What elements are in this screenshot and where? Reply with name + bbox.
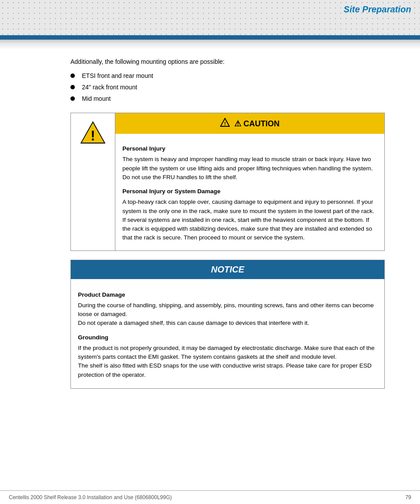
page-title: Site Preparation: [344, 4, 411, 15]
bullet-dot: [70, 74, 75, 78]
gray-wave: [0, 40, 420, 49]
caution-right: ! ⚠ CAUTION Personal Injury The system i…: [115, 113, 384, 250]
main-content: Additionally, the following mounting opt…: [0, 49, 420, 406]
notice-body: Product Damage During the course of hand…: [71, 279, 384, 388]
caution-section-title-1: Personal Injury: [122, 144, 377, 153]
svg-text:!: !: [224, 121, 226, 126]
notice-header: NOTICE: [71, 260, 384, 279]
caution-body: Personal Injury The system is heavy and …: [115, 134, 384, 250]
header-pattern: Site Preparation: [0, 0, 420, 35]
accent-bar: [0, 35, 420, 40]
notice-section-title-1: Product Damage: [78, 291, 377, 299]
bullet-list: ETSI front and rear mount 24" rack front…: [70, 72, 385, 102]
intro-text: Additionally, the following mounting opt…: [70, 58, 385, 65]
caution-header: ! ⚠ CAUTION: [115, 113, 384, 134]
notice-section-body-1: During the course of handling, shipping,…: [78, 301, 377, 328]
bullet-dot: [70, 96, 75, 101]
caution-section-body-2: A top-heavy rack can topple over, causin…: [122, 198, 377, 242]
bullet-text: 24" rack front mount: [82, 84, 137, 91]
footer-left-text: Centellis 2000 Shelf Release 3.0 Install…: [9, 494, 172, 500]
bullet-dot: [70, 85, 75, 89]
caution-icon-col: !: [71, 113, 115, 250]
list-item: Mid mount: [70, 95, 385, 102]
notice-label: NOTICE: [211, 265, 244, 274]
caution-label: ⚠ CAUTION: [234, 119, 280, 129]
page-number: 79: [405, 494, 411, 500]
caution-section-body-1: The system is heavy and improper handlin…: [122, 155, 377, 182]
notice-box: NOTICE Product Damage During the course …: [70, 260, 385, 389]
header-title-bar: Site Preparation: [344, 0, 420, 35]
footer: Centellis 2000 Shelf Release 3.0 Install…: [0, 490, 420, 504]
svg-text:!: !: [91, 128, 95, 143]
bullet-text: ETSI front and rear mount: [82, 72, 153, 79]
caution-triangle-icon: !: [80, 119, 106, 146]
bullet-text: Mid mount: [82, 95, 111, 102]
list-item: 24" rack front mount: [70, 84, 385, 91]
caution-triangle-small-icon: !: [220, 118, 230, 129]
caution-box: ! ! ⚠ CAUTION Personal Injury The system…: [70, 113, 385, 251]
list-item: ETSI front and rear mount: [70, 72, 385, 79]
caution-section-title-2: Personal Injury or System Damage: [122, 187, 377, 196]
notice-section-body-2: If the product is not properly grounded,…: [78, 344, 377, 379]
notice-section-title-2: Grounding: [78, 333, 377, 342]
